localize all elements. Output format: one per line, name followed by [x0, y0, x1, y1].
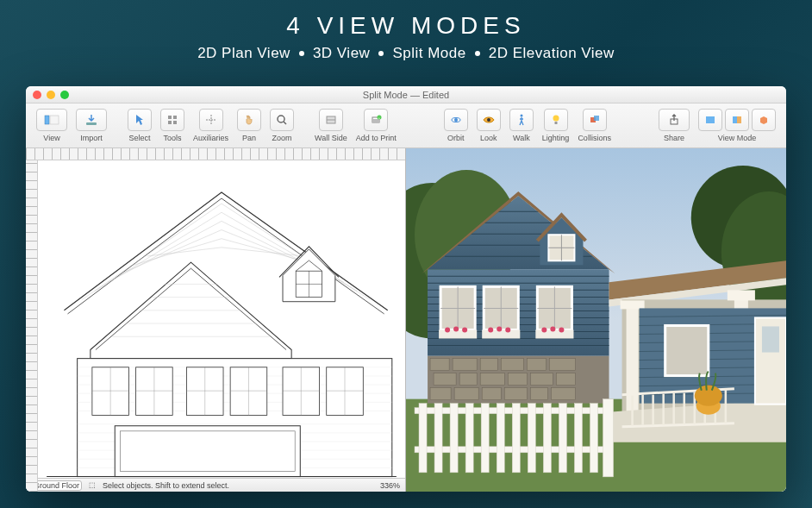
tools-button[interactable] — [160, 109, 184, 131]
orbit-label: Orbit — [447, 134, 465, 142]
svg-rect-86 — [480, 373, 504, 386]
collisions-label: Collisions — [578, 134, 611, 142]
orbit-button[interactable] — [444, 109, 468, 131]
addtoprint-button[interactable]: + — [364, 109, 388, 131]
svg-rect-89 — [556, 373, 575, 386]
promo-header: 4 VIEW MODES 2D Plan View3D ViewSplit Mo… — [0, 0, 812, 71]
auxiliaries-button[interactable] — [199, 109, 223, 131]
workspace: Ground Floor ⬚ Select objects. Shift to … — [26, 148, 786, 492]
svg-rect-185 — [603, 399, 614, 477]
select-label: Select — [128, 134, 150, 142]
walk-button[interactable] — [509, 109, 534, 131]
ruler-horizontal[interactable] — [26, 148, 405, 160]
svg-rect-176 — [465, 404, 473, 473]
svg-rect-82 — [527, 359, 546, 371]
viewmode-2d-button[interactable] — [698, 109, 722, 131]
svg-rect-24 — [594, 116, 599, 121]
separator-dot — [299, 51, 304, 56]
promo-title: 4 VIEW MODES — [0, 12, 812, 40]
svg-rect-88 — [530, 373, 553, 386]
look-group: Look — [477, 109, 501, 142]
svg-rect-0 — [45, 116, 49, 124]
toolbar: View Import Select Tools Auxiliari — [26, 103, 786, 148]
status-hint: Select objects. Shift to extend select. — [103, 481, 229, 490]
wallside-label: Wall Side — [315, 134, 347, 142]
app-window: Split Mode — Edited View Import Select — [26, 86, 786, 492]
promo-subtitle: 2D Plan View3D ViewSplit Mode2D Elevatio… — [0, 45, 812, 62]
pane-3d-view[interactable] — [406, 148, 786, 492]
svg-rect-79 — [453, 359, 477, 371]
collisions-button[interactable] — [583, 109, 607, 131]
pane-2d-elevation[interactable]: Ground Floor ⬚ Select objects. Shift to … — [26, 148, 406, 492]
svg-point-135 — [550, 326, 555, 331]
svg-rect-174 — [434, 404, 442, 473]
lighting-button[interactable] — [544, 109, 568, 131]
ruler-vertical[interactable] — [26, 160, 38, 492]
lighting-group: Lighting — [542, 109, 570, 142]
svg-rect-87 — [508, 373, 527, 386]
zoom-level[interactable]: 336% — [380, 481, 400, 490]
import-button[interactable] — [76, 109, 107, 131]
view-button[interactable] — [36, 109, 67, 131]
zoom-label: Zoom — [272, 134, 292, 142]
look-button[interactable] — [477, 109, 501, 131]
viewmode-split-button[interactable] — [725, 109, 749, 131]
svg-rect-6 — [173, 121, 177, 124]
svg-point-131 — [488, 327, 493, 332]
wallside-button[interactable] — [319, 109, 343, 131]
view-group: View — [36, 109, 67, 142]
svg-rect-2 — [86, 122, 97, 125]
svg-rect-90 — [430, 388, 451, 400]
svg-rect-177 — [481, 404, 489, 473]
svg-rect-94 — [530, 388, 547, 400]
titlebar[interactable]: Split Mode — Edited — [26, 86, 786, 103]
orbit-group: Orbit — [444, 109, 468, 142]
close-button[interactable] — [33, 91, 41, 99]
svg-rect-142 — [728, 290, 755, 300]
walk-group: Walk — [509, 109, 534, 142]
svg-rect-182 — [559, 404, 566, 473]
mode-1: 3D View — [313, 45, 371, 61]
auxiliaries-label: Auxiliaries — [193, 134, 228, 142]
svg-rect-156 — [665, 325, 709, 375]
minimize-button[interactable] — [47, 91, 55, 99]
svg-rect-26 — [706, 116, 715, 123]
svg-rect-1 — [50, 116, 59, 124]
walk-label: Walk — [513, 134, 530, 142]
canvas-2d[interactable] — [38, 160, 405, 478]
floor-selector[interactable]: Ground Floor — [31, 480, 82, 491]
svg-rect-126 — [482, 329, 520, 338]
svg-rect-95 — [551, 388, 575, 400]
svg-rect-69 — [120, 431, 295, 472]
svg-point-19 — [487, 118, 490, 122]
svg-rect-181 — [543, 404, 551, 473]
svg-rect-84 — [434, 373, 456, 386]
mode-2: Split Mode — [392, 45, 465, 61]
svg-rect-178 — [497, 404, 504, 473]
svg-rect-175 — [450, 404, 458, 473]
svg-rect-184 — [590, 404, 597, 473]
separator-dot — [475, 51, 480, 56]
svg-line-10 — [284, 122, 286, 124]
addtoprint-group: + Add to Print — [356, 109, 397, 142]
zoom-button[interactable] — [270, 109, 294, 131]
statusbar: Ground Floor ⬚ Select objects. Shift to … — [26, 478, 405, 492]
share-button[interactable] — [659, 109, 690, 131]
maximize-button[interactable] — [60, 91, 69, 99]
viewmode-3d-button[interactable] — [752, 109, 776, 131]
wallside-group: Wall Side — [315, 109, 347, 142]
window-controls — [33, 91, 69, 99]
house-3d-render — [406, 148, 786, 492]
svg-rect-180 — [528, 404, 535, 473]
svg-point-134 — [541, 327, 547, 332]
svg-rect-139 — [621, 300, 645, 309]
pan-button[interactable] — [237, 109, 261, 131]
svg-rect-92 — [482, 388, 501, 400]
house-elevation-drawing — [38, 160, 405, 478]
svg-rect-85 — [459, 373, 477, 386]
svg-rect-173 — [419, 404, 427, 473]
select-button[interactable] — [128, 109, 152, 131]
share-label: Share — [664, 134, 684, 142]
window-title: Split Mode — Edited — [26, 90, 786, 100]
svg-rect-5 — [168, 121, 172, 124]
